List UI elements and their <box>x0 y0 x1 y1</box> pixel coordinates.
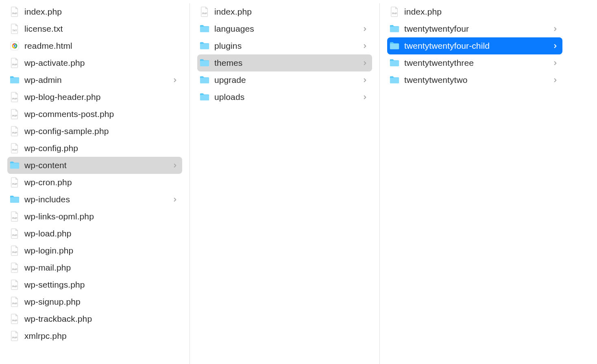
folder-label: twentytwentyfour <box>404 24 551 34</box>
file-row-wp-signup-php[interactable]: PHP wp-signup.php <box>7 293 182 310</box>
file-label: wp-blog-header.php <box>24 92 171 102</box>
file-row-wp-settings-php[interactable]: PHP wp-settings.php <box>7 276 182 293</box>
chevron-right-icon <box>171 78 179 82</box>
file-label: wp-trackback.php <box>24 314 171 324</box>
folder-icon <box>9 74 20 86</box>
php-file-icon: PHP <box>9 330 20 342</box>
file-row-wp-links-opml-php[interactable]: PHP wp-links-opml.php <box>7 208 182 225</box>
file-label: wp-login.php <box>24 246 171 256</box>
php-file-icon: PHP <box>9 6 20 17</box>
chevron-right-icon <box>361 44 369 48</box>
svg-rect-13 <box>10 197 19 203</box>
file-label: wp-comments-post.php <box>24 109 171 119</box>
svg-rect-27 <box>200 95 209 100</box>
file-row-index-php[interactable]: PHP index.php <box>197 3 372 20</box>
folder-row-wp-admin[interactable]: wp-admin <box>7 72 182 89</box>
php-file-icon: PHP <box>9 228 20 239</box>
file-label: wp-signup.php <box>24 297 171 307</box>
folder-row-twentytwentyfour-child[interactable]: twentytwentyfour-child <box>387 37 562 54</box>
php-file-icon: PHP <box>9 177 20 188</box>
folder-row-wp-content[interactable]: wp-content <box>7 157 182 174</box>
file-row-wp-mail-php[interactable]: PHP wp-mail.php <box>7 259 182 276</box>
folder-row-wp-includes[interactable]: wp-includes <box>7 191 182 208</box>
folder-icon <box>389 57 400 69</box>
php-file-icon: PHP <box>9 279 20 290</box>
folder-icon <box>389 40 400 52</box>
svg-text:PHP: PHP <box>12 234 17 236</box>
file-row-index-php[interactable]: PHP index.php <box>7 3 182 20</box>
svg-text:PHP: PHP <box>12 251 17 254</box>
svg-text:PHP: PHP <box>392 12 397 15</box>
folder-row-twentytwentythree[interactable]: twentytwentythree <box>387 54 562 72</box>
svg-rect-26 <box>200 78 209 83</box>
html-file-icon <box>9 40 20 52</box>
folder-icon <box>199 23 210 35</box>
file-label: wp-settings.php <box>24 280 171 290</box>
file-row-wp-config-php[interactable]: PHP wp-config.php <box>7 140 182 157</box>
chevron-right-icon <box>361 61 369 65</box>
file-row-wp-trackback-php[interactable]: PHP wp-trackback.php <box>7 310 182 327</box>
file-row-wp-config-sample-php[interactable]: PHP wp-config-sample.php <box>7 123 182 140</box>
file-row-wp-comments-post-php[interactable]: PHP wp-comments-post.php <box>7 106 182 123</box>
svg-text:PHP: PHP <box>12 217 17 219</box>
file-row-wp-blog-header-php[interactable]: PHP wp-blog-header.php <box>7 89 182 106</box>
folder-row-uploads[interactable]: uploads <box>197 89 372 106</box>
file-label: index.php <box>404 7 551 17</box>
svg-text:PHP: PHP <box>12 132 17 134</box>
finder-column-view: PHP index.php TXT license.txt readme.htm… <box>0 0 597 364</box>
php-file-icon: PHP <box>389 6 400 17</box>
file-row-license-txt[interactable]: TXT license.txt <box>7 20 182 37</box>
svg-rect-23 <box>200 26 209 32</box>
svg-text:PHP: PHP <box>12 285 17 288</box>
folder-label: plugins <box>214 41 361 51</box>
file-label: wp-config-sample.php <box>24 126 171 136</box>
svg-text:PHP: PHP <box>12 12 17 15</box>
svg-text:PHP: PHP <box>12 268 17 271</box>
folder-icon <box>199 74 210 86</box>
folder-label: uploads <box>214 92 361 102</box>
folder-row-twentytwentytwo[interactable]: twentytwentytwo <box>387 72 562 89</box>
chevron-right-icon <box>551 61 559 65</box>
file-row-readme-html[interactable]: readme.html <box>7 37 182 54</box>
php-file-icon: PHP <box>9 211 20 222</box>
folder-row-plugins[interactable]: plugins <box>197 37 372 54</box>
file-row-wp-load-php[interactable]: PHP wp-load.php <box>7 225 182 242</box>
svg-text:PHP: PHP <box>12 336 17 339</box>
file-row-wp-cron-php[interactable]: PHP wp-cron.php <box>7 174 182 191</box>
php-file-icon: PHP <box>9 245 20 256</box>
chevron-right-icon <box>551 44 559 48</box>
chevron-right-icon <box>361 78 369 82</box>
chevron-right-icon <box>551 27 559 31</box>
folder-label: upgrade <box>214 75 361 85</box>
folder-row-upgrade[interactable]: upgrade <box>197 72 372 89</box>
chevron-right-icon <box>171 163 179 168</box>
svg-rect-32 <box>390 78 399 83</box>
column-0: PHP index.php TXT license.txt readme.htm… <box>0 3 190 364</box>
file-label: index.php <box>214 7 361 17</box>
folder-row-languages[interactable]: languages <box>197 20 372 37</box>
folder-icon <box>389 74 400 86</box>
folder-row-twentytwentyfour[interactable]: twentytwentyfour <box>387 20 562 37</box>
file-label: wp-config.php <box>24 143 171 153</box>
php-file-icon: PHP <box>9 108 20 120</box>
php-file-icon: PHP <box>9 296 20 308</box>
file-row-wp-activate-php[interactable]: PHP wp-activate.php <box>7 54 182 72</box>
folder-icon <box>199 91 210 103</box>
svg-text:PHP: PHP <box>12 63 17 66</box>
folder-label: twentytwentytwo <box>404 75 551 85</box>
file-row-index-php[interactable]: PHP index.php <box>387 3 562 20</box>
folder-row-themes[interactable]: themes <box>197 54 372 72</box>
svg-text:PHP: PHP <box>12 115 17 117</box>
file-row-xmlrpc-php[interactable]: PHP xmlrpc.php <box>7 327 182 344</box>
svg-text:PHP: PHP <box>12 319 17 322</box>
file-label: xmlrpc.php <box>24 331 171 341</box>
column-1: PHP index.php languages plugins themes u… <box>190 3 380 364</box>
svg-rect-24 <box>200 43 209 49</box>
chevron-right-icon <box>551 78 559 82</box>
svg-text:TXT: TXT <box>12 29 17 32</box>
file-row-wp-login-php[interactable]: PHP wp-login.php <box>7 242 182 259</box>
file-label: index.php <box>24 7 171 17</box>
folder-label: twentytwentyfour-child <box>404 41 551 51</box>
chevron-right-icon <box>171 197 179 202</box>
folder-label: themes <box>214 58 361 68</box>
